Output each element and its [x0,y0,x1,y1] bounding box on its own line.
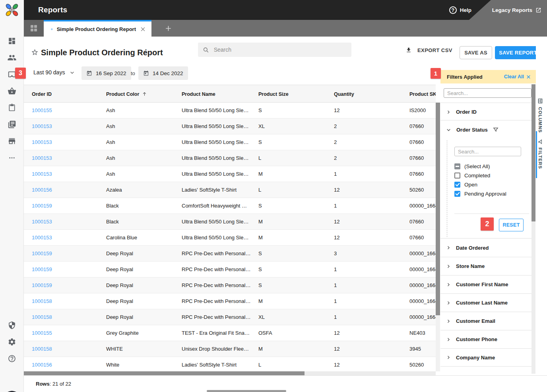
table-cell: Ash [106,103,115,118]
filter-section-customer-last-name[interactable]: Customer Last Name [440,293,531,312]
order-id-link[interactable]: 1000159 [32,198,52,213]
table-cell: 2 [334,150,337,166]
help-circle-icon[interactable] [8,355,16,363]
table-row: 1000153AshUltra Blend 50/50 Long Sle…S20… [24,134,436,150]
calendar-icon [143,70,149,76]
panel-scroll-thumb[interactable] [531,84,535,221]
help-button[interactable]: ? Help [449,0,471,20]
search-input[interactable] [214,47,347,53]
table-cell: RPC Pre-Dec with Personal… [182,262,250,277]
order-id-link[interactable]: 1000156 [32,182,52,198]
tab-close-icon[interactable] [140,26,146,32]
filters-rail-tab[interactable]: FILTERS [537,139,543,169]
order-id-link[interactable]: 1000153 [32,166,52,182]
table-cell: 1 [334,198,337,213]
tab-grid-button[interactable] [24,20,44,37]
order-id-link[interactable]: 1000153 [32,230,52,245]
start-date-value: 16 Sep 2022 [96,70,126,76]
checkbox-option[interactable]: Open [454,180,506,189]
order-id-link[interactable]: 1000156 [32,357,52,371]
save-report-button[interactable]: SAVE REPORT [495,46,541,59]
app-logo[interactable] [0,0,24,20]
download-icon [405,47,412,53]
order-id-link[interactable]: 1000153 [32,214,52,229]
save-as-button[interactable]: SAVE AS [460,46,492,59]
column-header-product-sku[interactable]: Product SKU [409,85,436,103]
annotation-badge-1: 1 [431,68,441,79]
order-status-search-input[interactable] [454,147,521,156]
order-id-link[interactable]: 1000153 [32,150,52,166]
start-date-picker[interactable]: 16 Sep 2022 [81,66,131,80]
vertical-scroll-thumb[interactable] [436,103,440,315]
table-horizontal-scrollbar[interactable] [24,371,436,375]
order-id-link[interactable]: 1000158 [32,309,52,325]
filters-applied-banner: Filters Applied Clear All [440,70,536,83]
table-cell: 12 [334,214,339,229]
date-preset-dropdown[interactable]: Last 90 days [33,69,75,76]
filter-section-customer-phone[interactable]: Customer Phone [440,330,531,348]
columns-rail-tab[interactable]: COLUMNS [537,98,543,133]
tab-simple-product-ordering-report[interactable]: Simple Product Ordering Report [44,20,151,37]
checkbox-option[interactable]: (Select All) [454,162,506,171]
order-id-link[interactable]: 1000155 [32,103,52,118]
more-icon[interactable] [8,154,16,161]
people-icon[interactable] [7,53,16,62]
column-header-quantity[interactable]: Quantity [334,85,354,103]
checkbox-option[interactable]: Completed [454,171,506,180]
column-header-product-size[interactable]: Product Size [258,85,289,103]
report-options-kebab-icon[interactable]: ⋮ [142,48,149,56]
checkbox-option[interactable]: Pending Approval [454,189,506,198]
order-id-link[interactable]: 1000155 [32,325,52,341]
order-id-link[interactable]: 1000159 [32,262,52,277]
reset-button[interactable]: RESET [499,219,524,231]
checkbox-checked[interactable] [454,182,460,188]
table-cell: 00000_1664 [409,309,436,325]
filter-section-order-id[interactable]: Order ID [440,103,531,121]
order-id-link[interactable]: 1000159 [32,278,52,293]
filter-section-order-status[interactable]: Order Status [440,120,531,139]
order-id-link[interactable]: 1000159 [32,246,52,261]
table-cell: 50260 [409,357,424,371]
filter-section-customer-email[interactable]: Customer Email [440,312,531,330]
end-date-picker[interactable]: 14 Dec 2022 [138,66,188,80]
filter-section-company-name[interactable]: Company Name [440,348,531,367]
order-id-link[interactable]: 1000153 [32,118,52,134]
table-row: 1000156WhiteLadies' SoftStyle T-ShirtL12… [24,357,436,371]
filter-section-customer-first-name[interactable]: Customer First Name [440,275,531,293]
table-row: 1000159Deep RoyalRPC Pre-Dec with Person… [24,278,436,293]
checkbox-unchecked[interactable] [454,173,460,179]
column-header-product-name[interactable]: Product Name [182,85,215,103]
export-csv-button[interactable]: EXPORT CSV [405,47,452,53]
clear-all-button[interactable]: Clear All [504,74,531,80]
settings-gear-icon[interactable] [8,338,16,346]
new-tab-button[interactable] [157,20,179,37]
dashboard-icon[interactable] [8,37,16,45]
clipboard-icon[interactable] [8,104,16,112]
filter-section-label: Store Name [456,263,485,269]
filter-search-input[interactable] [444,88,531,98]
annotation-badge-2: 2 [481,217,494,231]
horizontal-scroll-thumb[interactable] [24,371,305,375]
favorite-star-icon[interactable] [31,49,39,58]
checkbox-checked[interactable] [454,191,460,197]
storefront-icon[interactable] [8,137,16,146]
external-link-icon [535,7,541,13]
basket-icon[interactable] [8,87,16,95]
column-header-order-id[interactable]: Order ID [32,85,52,103]
shield-icon[interactable] [8,321,16,330]
filter-section-date-ordered[interactable]: Date Ordered [440,239,531,257]
checkbox-indeterminate[interactable] [454,163,460,169]
table-vertical-scrollbar[interactable] [436,103,440,371]
order-id-link[interactable]: 1000153 [32,134,52,150]
table-cell: S [258,278,262,293]
table-cell: S [258,262,262,277]
column-header-product-color[interactable]: Product Color [106,85,147,103]
news-icon[interactable] [8,120,16,129]
legacy-reports-button[interactable]: Legacy Reports [469,0,547,20]
table-search[interactable] [198,43,351,57]
panel-scrollbar[interactable] [531,84,535,374]
chevron-right-icon [446,245,451,250]
filter-section-store-name[interactable]: Store Name [440,257,531,275]
order-id-link[interactable]: 1000158 [32,293,52,309]
order-id-link[interactable]: 1000158 [32,341,52,357]
